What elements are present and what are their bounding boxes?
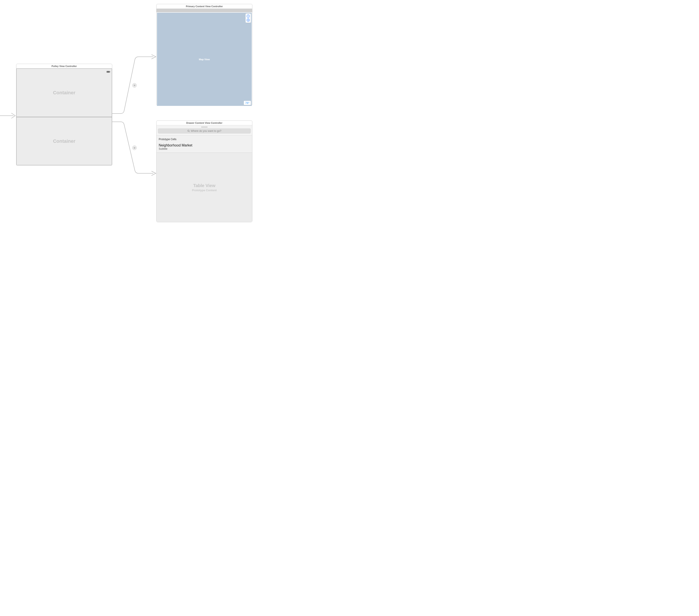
map-overlay-buttons xyxy=(246,14,251,23)
info-icon[interactable] xyxy=(246,14,250,18)
svg-rect-6 xyxy=(248,16,248,17)
search-input[interactable]: Where do you want to go? xyxy=(158,128,251,134)
map-status-bar xyxy=(157,9,252,12)
table-view-placeholder: Table View Prototype Content xyxy=(157,153,252,222)
primary-scene[interactable]: Primary Content View Controller Map View… xyxy=(156,4,252,106)
plus-icon[interactable] xyxy=(246,18,250,22)
cell-title: Neighborhood Market xyxy=(159,143,250,147)
tableview-sublabel: Prototype Content xyxy=(192,188,216,192)
gripper-handle[interactable] xyxy=(201,127,208,128)
svg-rect-3 xyxy=(110,71,110,72)
svg-point-10 xyxy=(188,130,189,132)
map-view-label: Map View xyxy=(199,58,210,61)
search-placeholder: Where do you want to go? xyxy=(191,129,221,132)
tableview-label: Table View xyxy=(193,183,215,188)
segue-anchor-bottom[interactable] xyxy=(132,146,137,150)
pulley-scene[interactable]: Pulley View Controller Container Contain… xyxy=(16,64,112,166)
svg-rect-2 xyxy=(107,71,109,72)
segue-anchor-top[interactable] xyxy=(132,83,137,88)
map-view[interactable]: Map View 78° xyxy=(157,13,252,106)
drawer-header: Where do you want to go? xyxy=(157,125,252,135)
temperature-badge[interactable]: 78° xyxy=(244,101,251,105)
pulley-scene-title: Pulley View Controller xyxy=(16,64,112,68)
table-row[interactable]: Neighborhood Market Subtitle xyxy=(157,143,252,153)
svg-point-5 xyxy=(248,15,248,16)
drawer-scene[interactable]: Drawer Content View Controller Where do … xyxy=(156,120,252,222)
drawer-scene-title: Drawer Content View Controller xyxy=(157,121,252,125)
battery-icon xyxy=(107,70,110,71)
entry-arrow xyxy=(0,111,17,120)
container-bottom-label: Container xyxy=(53,139,76,144)
container-top-label: Container xyxy=(53,90,76,96)
primary-scene-title: Primary Content View Controller xyxy=(157,4,252,9)
svg-line-11 xyxy=(189,131,190,132)
prototype-cells-header: Prototype Cells xyxy=(157,135,252,143)
container-top[interactable]: Container xyxy=(16,68,112,117)
search-icon xyxy=(187,130,190,132)
cell-subtitle: Subtitle xyxy=(159,147,250,150)
container-bottom[interactable]: Container xyxy=(16,117,112,165)
